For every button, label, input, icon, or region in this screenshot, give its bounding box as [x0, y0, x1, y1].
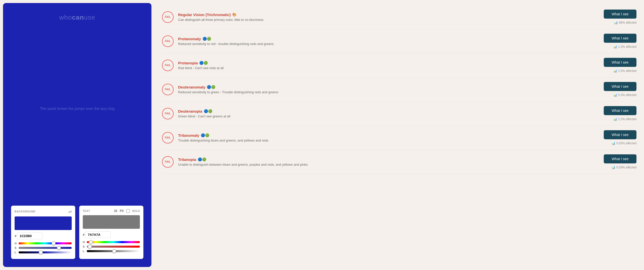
color-dots: 🎨 [232, 13, 236, 17]
vision-name: Tritanomaly 🔵🟢 [178, 133, 599, 138]
text-preview [83, 215, 140, 229]
vision-row: FAIL Protanopia 🔵🟢 Red blind - Can't see… [162, 53, 636, 77]
text-s-label: S [83, 245, 85, 248]
vision-right: What I see 📊 68% affected [604, 10, 636, 24]
bg-hue-row: H [15, 242, 72, 245]
text-sat-slider[interactable] [87, 246, 140, 248]
bg-sat-row: S [15, 246, 72, 249]
vision-right: What I see 📊 0.02% affected [604, 130, 636, 145]
background-label: BACKGROUND [15, 210, 35, 213]
affected-percentage: 0.03% affected [616, 166, 636, 169]
vision-description: Green blind - Can't see greens at all [178, 114, 599, 118]
affected-text: 📊 5.3% affected [613, 93, 636, 97]
text-input-row: # [83, 231, 140, 238]
fail-badge: FAIL [162, 108, 174, 119]
bg-sat-slider[interactable] [19, 247, 72, 249]
bg-sat-thumb[interactable] [57, 246, 61, 250]
what-i-see-button[interactable]: What I see [604, 58, 636, 67]
bg-hue-slider[interactable] [19, 242, 72, 244]
color-dots: 🔵🟢 [199, 61, 208, 65]
what-i-see-button[interactable]: What I see [604, 82, 636, 91]
bg-hue-thumb[interactable] [52, 241, 56, 245]
bold-checkbox[interactable] [126, 209, 130, 213]
vision-name: Tritanopia 🔵🟢 [178, 157, 599, 162]
what-i-see-button[interactable]: What I see [604, 34, 636, 43]
vision-right: What I see 📊 5.3% affected [604, 82, 636, 97]
text-hue-row: H [83, 241, 140, 244]
text-lit-thumb[interactable] [112, 249, 116, 253]
fail-badge: FAIL [162, 132, 174, 144]
text-color-input[interactable] [86, 231, 111, 238]
vision-name-text: Protanomaly [178, 37, 201, 41]
color-dots: 🔵🟢 [203, 37, 211, 41]
bar-chart-icon: 📊 [611, 165, 615, 169]
text-label: TEXT [83, 210, 90, 212]
vision-info: Protanomaly 🔵🟢 Reduced sensitivity to re… [178, 37, 599, 46]
bg-s-label: S [15, 246, 17, 249]
affected-text: 📊 1.2% affected [613, 117, 636, 121]
background-color-input[interactable] [17, 233, 43, 239]
vision-info: Regular Vision (Trichromatic) 🎨 Can dist… [178, 13, 599, 22]
vision-description: Reduced sensitivity to green - Trouble d… [178, 90, 599, 94]
text-size-value: 16 [114, 209, 117, 213]
what-i-see-button[interactable]: What I see [604, 10, 636, 19]
vision-description: Reduced sensitivity to red - trouble dis… [178, 42, 599, 46]
color-dots: 🔵🟢 [198, 157, 206, 161]
vision-right: What I see 📊 1.3% affected [604, 34, 636, 49]
affected-percentage: 5.3% affected [618, 93, 636, 97]
bg-lit-thumb[interactable] [39, 250, 43, 254]
fail-badge: FAIL [162, 84, 174, 95]
what-i-see-button[interactable]: What I see [604, 154, 636, 163]
vision-name-text: Protanopia [178, 61, 198, 65]
vision-description: Trouble distinguishing blues and greens,… [178, 139, 599, 142]
bg-lit-slider[interactable] [19, 251, 72, 253]
text-control-box: TEXT 16 PX BOLD # H S [79, 206, 143, 259]
text-hash: # [83, 233, 85, 237]
swap-icon[interactable]: ⇄ [68, 209, 72, 214]
what-i-see-button[interactable]: What I see [604, 130, 636, 139]
fail-badge: FAIL [162, 156, 174, 168]
color-dots: 🔵🟢 [201, 133, 209, 137]
bar-chart-icon: 📊 [613, 45, 617, 49]
vision-row: FAIL Protanomaly 🔵🟢 Reduced sensitivity … [162, 29, 636, 53]
vision-description: Red blind - Can't see reds at all [178, 66, 599, 70]
vision-right: What I see 📊 1.5% affected [604, 58, 636, 73]
what-i-see-button[interactable]: What I see [604, 106, 636, 115]
vision-row: FAIL Regular Vision (Trichromatic) 🎨 Can… [162, 5, 636, 29]
affected-text: 📊 1.5% affected [613, 69, 636, 73]
background-preview [15, 216, 72, 230]
color-dots: 🔵🟢 [204, 109, 212, 113]
text-size-controls: 16 PX BOLD [114, 209, 140, 213]
text-hue-thumb[interactable] [89, 240, 93, 244]
affected-percentage: 1.3% affected [618, 45, 636, 49]
fail-badge: FAIL [162, 11, 174, 23]
left-panel: whocanuse The quick brown fox jumps over… [3, 3, 151, 267]
vision-name-text: Deuteranopia [178, 109, 202, 113]
bg-h-label: H [15, 242, 17, 245]
affected-percentage: 1.5% affected [618, 69, 636, 73]
vision-info: Tritanopia 🔵🟢 Unable to distinguish betw… [178, 157, 599, 166]
affected-percentage: 0.02% affected [616, 142, 636, 145]
text-hue-slider[interactable] [87, 241, 140, 243]
background-input-row: # [15, 233, 72, 239]
right-panel: FAIL Regular Vision (Trichromatic) 🎨 Can… [154, 0, 644, 270]
vision-row: FAIL Deuteranopia 🔵🟢 Green blind - Can't… [162, 102, 636, 126]
affected-text: 📊 0.03% affected [611, 165, 636, 169]
vision-info: Tritanomaly 🔵🟢 Trouble distinguishing bl… [178, 133, 599, 142]
affected-text: 📊 1.3% affected [613, 45, 636, 49]
text-lit-slider[interactable] [87, 250, 140, 252]
text-unit: PX [120, 209, 124, 213]
vision-name-text: Regular Vision (Trichromatic) [178, 13, 231, 17]
affected-percentage: 68% affected [619, 21, 636, 24]
text-header: TEXT 16 PX BOLD [83, 209, 140, 213]
vision-name-text: Tritanopia [178, 157, 196, 162]
text-sat-thumb[interactable] [88, 245, 92, 249]
background-control-box: BACKGROUND ⇄ # H S L [11, 206, 75, 259]
vision-right: What I see 📊 1.2% affected [604, 106, 636, 121]
vision-name: Protanopia 🔵🟢 [178, 61, 599, 65]
logo: whocanuse [59, 14, 95, 21]
fail-badge: FAIL [162, 35, 174, 47]
bar-chart-icon: 📊 [613, 69, 617, 73]
fail-badge: FAIL [162, 60, 174, 71]
bg-lit-row: L [15, 251, 72, 254]
